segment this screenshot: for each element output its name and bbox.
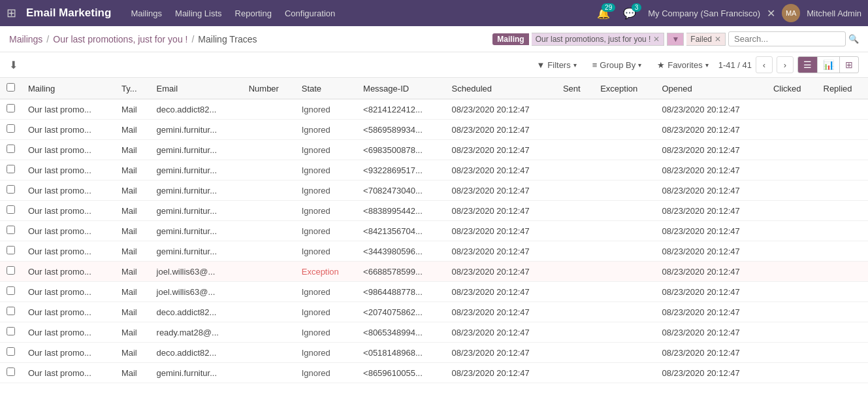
cell-clicked xyxy=(767,302,817,322)
row-checkbox-cell[interactable] xyxy=(0,120,22,140)
filter-failed-value: Failed ✕ xyxy=(686,33,726,46)
col-sent[interactable]: Sent xyxy=(556,78,594,99)
table-row[interactable]: Our last promo... Mail gemini.furnitur..… xyxy=(0,363,868,383)
row-checkbox[interactable] xyxy=(7,367,15,376)
table-row[interactable]: Our last promo... Mail deco.addict82... … xyxy=(0,302,868,322)
chat-icon[interactable]: 💬 3 xyxy=(623,7,636,20)
grid-icon[interactable]: ⊞ xyxy=(7,6,16,20)
cell-number xyxy=(242,180,295,201)
cell-message-id: <7082473040... xyxy=(357,180,445,201)
user-avatar[interactable]: MA xyxy=(782,4,800,22)
row-checkbox[interactable] xyxy=(7,307,15,315)
table-row[interactable]: Our last promo... Mail gemini.furnitur..… xyxy=(0,241,868,262)
nav-reporting[interactable]: Reporting xyxy=(235,9,272,18)
col-opened[interactable]: Opened xyxy=(655,78,766,99)
row-checkbox[interactable] xyxy=(7,124,15,133)
col-message-id[interactable]: Message-ID xyxy=(357,78,445,99)
row-checkbox[interactable] xyxy=(7,347,15,356)
favorites-button[interactable]: ★ Favorites ▾ xyxy=(651,57,714,73)
filters-button[interactable]: ▼ Filters ▾ xyxy=(530,57,582,73)
col-mailing[interactable]: Mailing xyxy=(22,78,115,99)
nav-mailing-lists[interactable]: Mailing Lists xyxy=(175,9,222,18)
table-row[interactable]: Our last promo... Mail gemini.furnitur..… xyxy=(0,180,868,201)
row-checkbox-cell[interactable] xyxy=(0,282,22,302)
row-checkbox-cell[interactable] xyxy=(0,343,22,363)
cell-replied xyxy=(817,180,869,201)
row-checkbox-cell[interactable] xyxy=(0,201,22,221)
row-checkbox-cell[interactable] xyxy=(0,322,22,343)
row-checkbox-cell[interactable] xyxy=(0,221,22,241)
row-checkbox[interactable] xyxy=(7,226,15,234)
cell-scheduled: 08/23/2020 20:12:47 xyxy=(445,201,556,221)
cell-number xyxy=(242,120,295,140)
col-state[interactable]: State xyxy=(295,78,357,99)
cell-replied xyxy=(817,241,869,262)
col-clicked[interactable]: Clicked xyxy=(767,78,817,99)
cell-mailing: Our last promo... xyxy=(22,120,115,140)
col-scheduled[interactable]: Scheduled xyxy=(445,78,556,99)
table-row[interactable]: Our last promo... Mail joel.willis63@...… xyxy=(0,262,868,282)
cell-type: Mail xyxy=(115,302,150,322)
row-checkbox-cell[interactable] xyxy=(0,262,22,282)
filter-separator: ▼ xyxy=(667,33,684,46)
filter-failed-close[interactable]: ✕ xyxy=(715,35,721,44)
select-all-header[interactable] xyxy=(0,78,22,99)
download-icon[interactable]: ⬇ xyxy=(9,59,18,71)
notification-bell-icon[interactable]: 🔔 29 xyxy=(597,7,610,20)
search-icon[interactable]: 🔍 xyxy=(848,34,859,44)
cell-clicked xyxy=(767,262,817,282)
row-checkbox-cell[interactable] xyxy=(0,180,22,201)
cell-opened: 08/23/2020 20:12:47 xyxy=(655,322,766,343)
nav-configuration[interactable]: Configuration xyxy=(285,9,335,18)
table-row[interactable]: Our last promo... Mail deco.addict82... … xyxy=(0,99,868,120)
prev-page-button[interactable]: ‹ xyxy=(756,56,773,73)
row-checkbox[interactable] xyxy=(7,286,15,295)
row-checkbox[interactable] xyxy=(7,145,15,153)
table-row[interactable]: Our last promo... Mail deco.addict82... … xyxy=(0,343,868,363)
breadcrumb-parent[interactable]: Our last promotions, just for you ! xyxy=(53,34,187,44)
cell-opened: 08/23/2020 20:12:47 xyxy=(655,363,766,383)
list-view-button[interactable]: ☰ xyxy=(798,57,818,73)
col-type[interactable]: Ty... xyxy=(115,78,150,99)
breadcrumb-mailings[interactable]: Mailings xyxy=(9,34,42,44)
next-page-button[interactable]: › xyxy=(777,56,794,73)
col-number[interactable]: Number xyxy=(242,78,295,99)
grid-view-button[interactable]: ⊞ xyxy=(840,57,858,73)
row-checkbox[interactable] xyxy=(7,327,15,335)
table-row[interactable]: Our last promo... Mail gemini.furnitur..… xyxy=(0,120,868,140)
cell-number xyxy=(242,302,295,322)
cell-clicked xyxy=(767,160,817,180)
row-checkbox-cell[interactable] xyxy=(0,99,22,120)
row-checkbox[interactable] xyxy=(7,246,15,254)
table-row[interactable]: Our last promo... Mail gemini.furnitur..… xyxy=(0,201,868,221)
row-checkbox-cell[interactable] xyxy=(0,241,22,262)
table-row[interactable]: Our last promo... Mail gemini.furnitur..… xyxy=(0,221,868,241)
table-row[interactable]: Our last promo... Mail gemini.furnitur..… xyxy=(0,160,868,180)
col-email[interactable]: Email xyxy=(150,78,242,99)
bar-view-button[interactable]: 📊 xyxy=(818,57,840,73)
close-icon[interactable]: ✕ xyxy=(767,7,775,20)
table-row[interactable]: Our last promo... Mail gemini.furnitur..… xyxy=(0,140,868,160)
table-row[interactable]: Our last promo... Mail joel.willis63@...… xyxy=(0,282,868,302)
nav-mailings[interactable]: Mailings xyxy=(131,9,162,18)
row-checkbox[interactable] xyxy=(7,165,15,173)
col-exception[interactable]: Exception xyxy=(594,78,655,99)
filter-mailing-close[interactable]: ✕ xyxy=(653,35,660,44)
select-all-checkbox[interactable] xyxy=(7,83,15,92)
cell-replied xyxy=(817,262,869,282)
table-row[interactable]: Our last promo... Mail ready.mat28@... I… xyxy=(0,322,868,343)
col-replied[interactable]: Replied xyxy=(817,78,869,99)
groupby-button[interactable]: ≡ Group By ▾ xyxy=(587,57,648,73)
row-checkbox[interactable] xyxy=(7,205,15,214)
row-checkbox-cell[interactable] xyxy=(0,363,22,383)
row-checkbox[interactable] xyxy=(7,104,15,112)
row-checkbox[interactable] xyxy=(7,266,15,275)
row-checkbox[interactable] xyxy=(7,185,15,194)
search-input[interactable] xyxy=(728,31,846,46)
cell-email: gemini.furnitur... xyxy=(150,363,242,383)
row-checkbox-cell[interactable] xyxy=(0,140,22,160)
row-checkbox-cell[interactable] xyxy=(0,302,22,322)
company-selector[interactable]: My Company (San Francisco) xyxy=(648,9,760,18)
row-checkbox-cell[interactable] xyxy=(0,160,22,180)
app-brand: Email Marketing xyxy=(26,7,111,20)
